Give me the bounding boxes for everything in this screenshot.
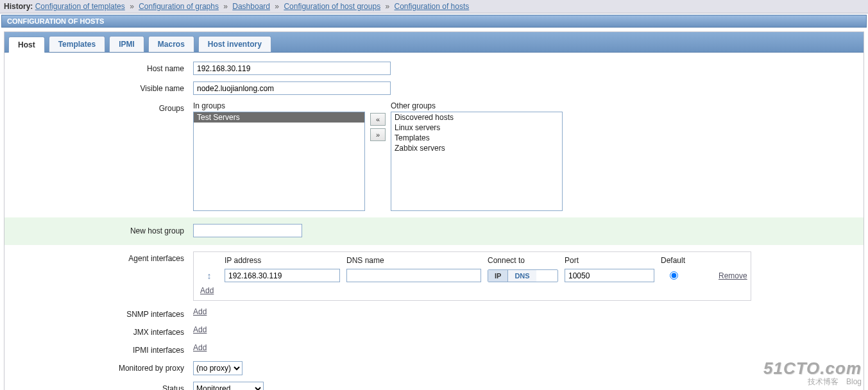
tab-host-inventory[interactable]: Host inventory [198, 36, 271, 52]
history-crumb[interactable]: Dashboard [232, 2, 270, 11]
form-wrapper: Host Templates IPMI Macros Host inventor… [4, 31, 864, 390]
tab-host[interactable]: Host [8, 37, 45, 53]
agent-interface-row: ↕ IP DNS Remove [200, 269, 744, 282]
label-status: Status [13, 382, 193, 390]
history-crumb[interactable]: Configuration of graphs [139, 2, 219, 11]
agent-default-radio[interactable] [670, 271, 678, 280]
col-ip: IP address [225, 256, 340, 265]
add-jmx-interface-link[interactable]: Add [193, 325, 207, 334]
col-port: Port [565, 256, 654, 265]
move-right-button[interactable]: » [370, 128, 386, 141]
host-name-input[interactable] [193, 62, 391, 75]
connect-ip-button[interactable]: IP [488, 270, 507, 282]
visible-name-input[interactable] [193, 81, 391, 95]
status-select[interactable]: Monitored [193, 382, 264, 390]
label-snmp-if: SNMP interfaces [13, 307, 193, 319]
label-jmx-if: JMX interfaces [13, 325, 193, 337]
agent-interfaces-box: IP address DNS name Connect to Port Defa… [193, 251, 751, 301]
add-snmp-interface-link[interactable]: Add [193, 307, 207, 316]
crumb-sep: » [127, 2, 137, 11]
remove-interface-link[interactable]: Remove [719, 271, 747, 280]
history-bar: History: Configuration of templates » Co… [0, 0, 868, 13]
crumb-sep: » [272, 2, 282, 11]
other-groups-listbox[interactable]: Discovered hosts Linux servers Templates… [391, 112, 563, 211]
list-item[interactable]: Templates [391, 133, 562, 143]
in-groups-caption: In groups [193, 101, 365, 110]
agent-dns-input[interactable] [346, 269, 481, 282]
list-item[interactable]: Discovered hosts [391, 112, 562, 123]
history-label: History: [4, 2, 33, 11]
new-group-input[interactable] [193, 224, 302, 237]
label-agent-if: Agent interfaces [13, 251, 193, 263]
tab-bar: Host Templates IPMI Macros Host inventor… [4, 32, 864, 53]
label-ipmi-if: IPMI interfaces [13, 343, 193, 355]
tab-macros[interactable]: Macros [148, 36, 194, 52]
col-default: Default [661, 256, 712, 265]
col-connect: Connect to [488, 256, 558, 265]
crumb-sep: » [221, 2, 230, 11]
list-item[interactable]: Test Servers [194, 112, 364, 123]
tab-templates[interactable]: Templates [49, 36, 105, 52]
history-crumb[interactable]: Configuration of templates [35, 2, 125, 11]
other-groups-caption: Other groups [391, 101, 563, 110]
agent-port-input[interactable] [565, 269, 654, 282]
label-new-group: New host group [13, 224, 193, 235]
agent-ip-input[interactable] [225, 269, 340, 282]
list-item[interactable]: Zabbix servers [391, 143, 562, 153]
history-crumb[interactable]: Configuration of hosts [395, 2, 470, 11]
label-host-name: Host name [13, 62, 193, 73]
move-left-button[interactable]: « [370, 113, 386, 126]
col-dns: DNS name [346, 256, 481, 265]
add-agent-interface-link[interactable]: Add [200, 286, 214, 295]
label-mon-proxy: Monitored by proxy [13, 361, 193, 373]
drag-handle-icon[interactable]: ↕ [200, 271, 218, 281]
label-visible-name: Visible name [13, 81, 193, 93]
connect-dns-button[interactable]: DNS [507, 270, 536, 282]
page-title: CONFIGURATION OF HOSTS [1, 15, 867, 28]
connect-to-toggle: IP DNS [488, 269, 558, 282]
label-groups: Groups [13, 101, 193, 113]
proxy-select[interactable]: (no proxy) [193, 361, 243, 375]
tab-ipmi[interactable]: IPMI [109, 36, 144, 52]
form-content: Host name Visible name Groups In groups … [4, 53, 864, 390]
add-ipmi-interface-link[interactable]: Add [193, 343, 207, 352]
in-groups-listbox[interactable]: Test Servers [193, 112, 365, 211]
crumb-sep: » [382, 2, 392, 11]
list-item[interactable]: Linux servers [391, 123, 562, 133]
history-crumb[interactable]: Configuration of host groups [284, 2, 380, 11]
